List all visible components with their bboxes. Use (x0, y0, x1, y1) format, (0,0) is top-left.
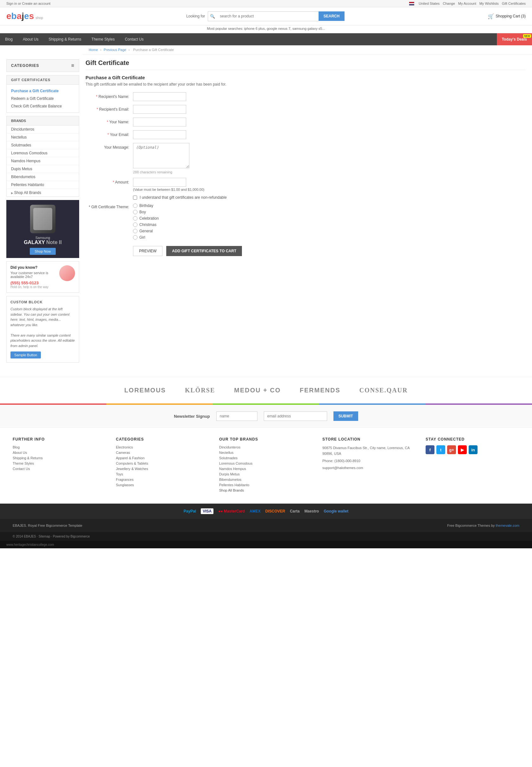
radio-boy[interactable] (133, 210, 137, 214)
themevale-link[interactable]: themevale.com (496, 523, 519, 527)
sample-button[interactable]: Sample Button (10, 352, 41, 358)
logo[interactable]: ebajes shop (6, 11, 43, 21)
sidebar-check-link[interactable]: Check Gift Certificate Balance (7, 102, 79, 110)
newsletter-submit-button[interactable]: SUBMIT (333, 411, 358, 421)
footer-blog[interactable]: Blog (13, 445, 106, 449)
site-url[interactable]: www.heritagechristiancollege.com (6, 543, 54, 546)
copyright-bar: © 2014 EBAJES · Sitemap · Powered by Big… (0, 532, 532, 541)
radio-birthday[interactable] (133, 204, 137, 208)
radio-girl[interactable] (133, 235, 137, 240)
radio-christmas[interactable] (133, 223, 137, 227)
your-email-input[interactable] (133, 130, 186, 139)
search-input[interactable] (217, 12, 319, 21)
amount-label: Amount: (85, 178, 133, 184)
footer-fragrances[interactable]: Fragrances (116, 478, 210, 481)
logo-text: ebajes (6, 11, 34, 21)
my-account-link[interactable]: My Account (458, 2, 476, 5)
store-email: support@halothemes.com (322, 465, 416, 471)
cart-link[interactable]: 🛒 Shopping Cart (3) (488, 13, 526, 19)
footer-brand-8[interactable]: Pellentes Habitanto (219, 483, 313, 487)
nav-blog[interactable]: Blog (0, 33, 18, 45)
add-to-cart-button[interactable]: ADD GIFT CERTIFICATES TO CART (166, 246, 242, 256)
your-name-input[interactable] (133, 117, 186, 126)
recipient-name-input[interactable] (133, 92, 186, 101)
linkedin-icon[interactable]: in (469, 445, 478, 454)
brand-item[interactable]: Pellentes Habitanto (7, 181, 79, 189)
footer-brand-5[interactable]: Namdos Hempus (219, 467, 313, 471)
cart-icon: 🛒 (488, 13, 494, 19)
radio-celebration[interactable] (133, 216, 137, 221)
footer-contact[interactable]: Contact Us (13, 467, 106, 471)
brand-item[interactable]: Solutmades (7, 141, 79, 149)
sidebar-purchase-link[interactable]: Purchase a Gift Certificate (7, 87, 79, 95)
footer-toys[interactable]: Toys (116, 472, 210, 476)
dyk-phone[interactable]: (555) 555-0123 (10, 281, 57, 285)
footer-sunglasses[interactable]: Sunglasses (116, 483, 210, 487)
newsletter-name-input[interactable] (216, 411, 257, 421)
brand-item[interactable]: Dincidunteros (7, 125, 79, 133)
message-textarea[interactable] (133, 143, 189, 168)
nonrefundable-label: I understand that gift certificates are … (140, 195, 227, 200)
facebook-icon[interactable]: f (426, 445, 434, 454)
footer-apparel[interactable]: Apparel & Fashion (116, 456, 210, 460)
sidebar-redeem-link[interactable]: Redeem a Gift Certificate (7, 95, 79, 102)
nav-about[interactable]: About Us (18, 33, 43, 45)
footer-brand-7[interactable]: Bibendumetos (219, 478, 313, 481)
preview-button[interactable]: PREVIEW (133, 246, 162, 256)
cart-label: Shopping Cart (3) (496, 14, 526, 18)
footer-about[interactable]: About Us (13, 451, 106, 454)
shop-all-brands-link[interactable]: Shop All Brands (7, 189, 79, 197)
theme-celebration[interactable]: Celebration (133, 216, 159, 221)
amount-input[interactable] (133, 178, 186, 187)
shop-now-button[interactable]: Shop Now (30, 248, 56, 255)
theme-girl[interactable]: Girl (133, 235, 159, 240)
gift-certificates-top-link[interactable]: Gift Certificates (502, 2, 526, 5)
galaxy-model: GALAXY Note II (9, 240, 76, 245)
brand-item[interactable]: Loremous Comodous (7, 149, 79, 157)
dyk-content: Your customer service is available 24x7 (10, 271, 57, 279)
footer-brand-1[interactable]: Dincidunteros (219, 445, 313, 449)
theme-boy[interactable]: Boy (133, 210, 159, 214)
footer-shipping[interactable]: Shipping & Returns (13, 456, 106, 460)
brand-item[interactable]: Dupis Metus (7, 165, 79, 173)
theme-birthday[interactable]: Birthday (133, 204, 159, 208)
brand-item[interactable]: Nectellus (7, 133, 79, 141)
nav-theme[interactable]: Theme Styles (86, 33, 120, 45)
footer-brand-3[interactable]: Solutmades (219, 456, 313, 460)
galaxy-promo: Samsung GALAXY Note II Shop Now (6, 200, 79, 258)
theme-christmas[interactable]: Christmas (133, 223, 159, 227)
gift-certificate-form: Recipient's Name: Recipient's Email: You… (85, 92, 526, 256)
nav-shipping[interactable]: Shipping & Returns (43, 33, 86, 45)
breadcrumb-previous[interactable]: Previous Page (104, 48, 126, 52)
nonrefundable-checkbox[interactable] (133, 196, 137, 200)
footer-brand-2[interactable]: Nectellus (219, 451, 313, 454)
search-button[interactable]: SEARCH (319, 11, 345, 21)
brand-item[interactable]: Namdos Hempus (7, 157, 79, 165)
recipient-email-input[interactable] (133, 105, 186, 114)
country-link[interactable]: United States (419, 2, 440, 5)
googleplus-icon[interactable]: g+ (447, 445, 456, 454)
footer-brand-6[interactable]: Durpis Metus (219, 472, 313, 476)
brand-item[interactable]: Bibendumetos (7, 173, 79, 181)
footer-theme[interactable]: Theme Styles (13, 461, 106, 465)
footer-cameras[interactable]: Cameras (116, 451, 210, 454)
footer-jewellery[interactable]: Jewellery & Watches (116, 467, 210, 471)
nav-contact[interactable]: Contact Us (120, 33, 149, 45)
change-link[interactable]: Change (443, 2, 455, 5)
footer-electronics[interactable]: Electronics (116, 445, 210, 449)
footer-shop-all[interactable]: Shop All Brands (219, 488, 313, 492)
todays-deals-link[interactable]: NEW Today's Deals (497, 33, 532, 45)
radio-general[interactable] (133, 229, 137, 233)
brand-klorse: KLÖRSE (185, 387, 215, 394)
youtube-icon[interactable]: ▶ (458, 445, 467, 454)
twitter-icon[interactable]: t (436, 445, 445, 454)
newsletter-email-input[interactable] (264, 411, 327, 421)
footer-col-store: STORE LOCATION 90875 Divamus Faucibus St… (322, 437, 416, 494)
my-wishlists-link[interactable]: My Wishlists (479, 2, 499, 5)
signin-link[interactable]: Sign in or Create an account (6, 2, 50, 5)
breadcrumb-home[interactable]: Home (89, 48, 98, 52)
theme-general[interactable]: General (133, 229, 159, 233)
footer-brand-4[interactable]: Loremous Comodous (219, 461, 313, 465)
footer-computers[interactable]: Computers & Tablets (116, 461, 210, 465)
menu-icon[interactable]: ≡ (71, 63, 74, 68)
